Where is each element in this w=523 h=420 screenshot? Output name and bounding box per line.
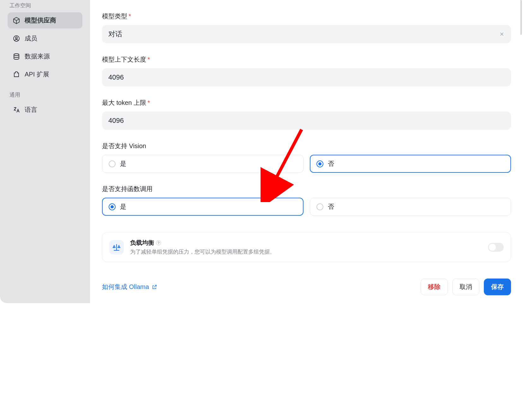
external-link-icon [152,284,157,290]
required-indicator: * [129,13,131,20]
sidebar-item-label: 成员 [25,34,37,43]
sidebar-section-general-title: 通用 [9,91,82,99]
help-icon[interactable]: ? [156,240,161,245]
balance-icon [109,240,124,255]
sidebar-item-members[interactable]: 成员 [8,30,82,46]
svg-point-1 [15,37,17,39]
radio-label: 是 [120,159,126,168]
max-tokens-input[interactable] [102,111,511,130]
users-icon [13,35,20,42]
context-length-label: 模型上下文长度* [102,55,511,64]
radio-label: 否 [328,202,334,211]
radio-icon [109,203,116,210]
function-call-yes-option[interactable]: 是 [102,198,304,216]
max-tokens-label: 最大 token 上限* [102,99,511,107]
vision-no-option[interactable]: 否 [310,155,511,173]
clear-icon[interactable] [498,31,505,38]
save-button[interactable]: 保存 [484,279,511,295]
language-icon [13,106,20,114]
sidebar-item-label: 语言 [25,105,37,114]
field-function-call-support: 是否支持函数调用 是 否 [102,185,511,216]
footer-actions: 移除 取消 保存 [421,279,511,295]
field-model-type: 模型类型* [102,12,511,43]
model-type-label: 模型类型* [102,12,511,21]
footer: 如何集成 Ollama 移除 取消 保存 [102,279,511,295]
radio-icon [316,203,323,210]
sidebar-item-api-extensions[interactable]: API 扩展 [8,66,82,82]
field-context-length: 模型上下文长度* [102,55,511,87]
radio-label: 否 [328,159,334,168]
svg-point-2 [14,54,19,56]
sidebar-item-label: 数据来源 [25,52,50,61]
load-balance-toggle[interactable] [488,243,504,252]
required-indicator: * [147,56,150,63]
required-indicator: * [147,99,150,106]
field-vision-support: 是否支持 Vision 是 否 [102,142,511,173]
load-balance-title: 负载均衡 ? [130,239,482,247]
main-panel: 模型类型* 模型上下文长度* 最大 token 上限* 是否支持 Vision … [90,0,523,420]
cancel-button[interactable]: 取消 [452,279,479,295]
field-max-tokens: 最大 token 上限* [102,99,511,130]
function-call-radio-group: 是 否 [102,198,511,216]
plugin-icon [13,71,20,78]
model-type-input-wrapper [102,25,511,43]
scrollbar[interactable] [520,0,522,35]
sidebar-item-label: 模型供应商 [25,16,56,25]
sidebar: 工作空间 模型供应商 成员 数据来源 API 扩展 通用 语言 [0,0,90,303]
load-balance-text: 负载均衡 ? 为了减轻单组凭据的压力，您可以为模型调用配置多组凭据。 [130,239,482,255]
radio-icon [109,160,116,167]
sidebar-item-language[interactable]: 语言 [8,102,82,118]
cube-icon [13,17,20,24]
function-call-no-option[interactable]: 否 [310,198,511,216]
radio-label: 是 [120,202,126,211]
vision-label: 是否支持 Vision [102,142,511,150]
vision-radio-group: 是 否 [102,155,511,173]
sidebar-section-workspace-title: 工作空间 [9,2,82,9]
context-length-input[interactable] [102,68,511,87]
remove-button[interactable]: 移除 [421,279,448,295]
radio-icon [316,160,323,167]
load-balance-card: 负载均衡 ? 为了减轻单组凭据的压力，您可以为模型调用配置多组凭据。 [102,232,511,262]
database-icon [13,53,20,60]
vision-yes-option[interactable]: 是 [102,155,304,173]
function-call-label: 是否支持函数调用 [102,185,511,193]
integration-help-link[interactable]: 如何集成 Ollama [102,283,157,291]
model-type-input[interactable] [102,25,511,43]
sidebar-item-label: API 扩展 [25,70,49,79]
sidebar-item-data-source[interactable]: 数据来源 [8,48,82,64]
svg-point-0 [14,36,19,41]
sidebar-item-model-providers[interactable]: 模型供应商 [8,12,82,28]
load-balance-desc: 为了减轻单组凭据的压力，您可以为模型调用配置多组凭据。 [130,248,482,255]
